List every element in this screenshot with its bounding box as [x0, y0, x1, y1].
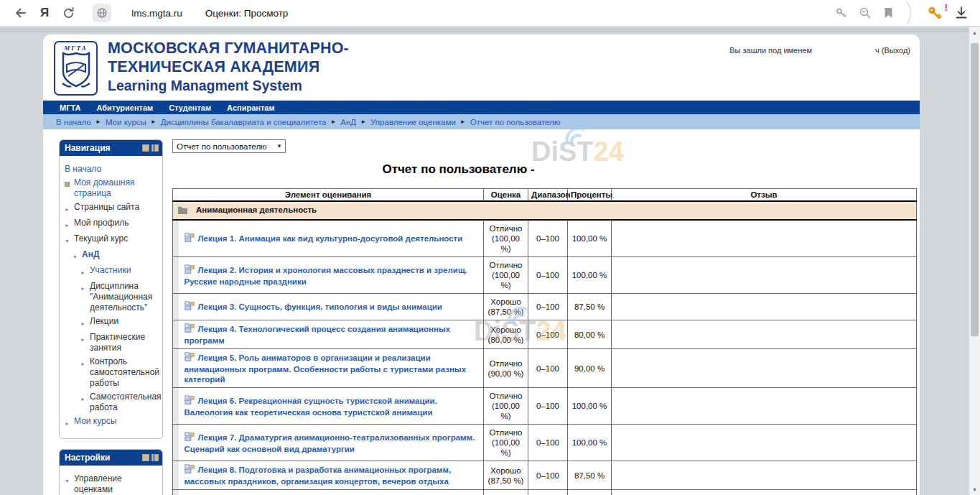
- grades-table: Элемент оцениванияОценкаДиапазонПроценты…: [172, 188, 917, 495]
- scroll-up-icon[interactable]: ▲: [969, 27, 980, 38]
- percent-cell: 90,00 %: [568, 349, 612, 388]
- table-row: Лекция 8. Подготовка и разработка анимац…: [173, 461, 917, 490]
- sidebar-item[interactable]: ►Практические занятия: [80, 332, 159, 353]
- percent-cell: 100,00 %: [568, 257, 612, 294]
- indent-cell: [173, 425, 179, 461]
- range-cell: 0–100: [528, 425, 568, 461]
- url-text[interactable]: lms.mgta.ru: [131, 8, 182, 19]
- grade-item-link[interactable]: Лекция 5. Роль аниматоров в организации …: [185, 353, 467, 384]
- grade-item-link[interactable]: Лекция 7. Драматургия анимационно-театра…: [185, 433, 475, 453]
- report-type-select[interactable]: Отчет по пользователю ▼: [172, 139, 286, 153]
- collapsed-arrow-icon[interactable]: ►: [80, 332, 90, 345]
- sidebar-item[interactable]: ►Дисциплина "Анимационная деятельность": [80, 281, 159, 313]
- collapsed-arrow-icon[interactable]: ►: [65, 202, 74, 215]
- breadcrumb-separator-icon: ►: [330, 119, 336, 125]
- logged-in-info: Вы зашли под именем ч (Выход): [729, 46, 910, 55]
- feedback-cell: [612, 257, 917, 294]
- sidebar-item[interactable]: ▼АнД: [73, 249, 159, 262]
- vertical-scrollbar[interactable]: ▲ ▼: [969, 27, 980, 495]
- grade-cell: Хорошо(80,00 %): [484, 320, 528, 349]
- sidebar-item[interactable]: ►Контроль самостоятельной работы: [80, 356, 159, 389]
- sidebar-item[interactable]: ►Мои курсы: [65, 416, 159, 429]
- table-row: Лекция 9. Игра как эффективная форма ани…: [173, 490, 917, 495]
- grade-item-cell: Лекция 5. Роль аниматоров в организации …: [179, 349, 484, 388]
- expanded-arrow-icon[interactable]: ▼: [73, 249, 82, 262]
- sidebar-item[interactable]: ►Участники: [80, 265, 159, 278]
- sidebar-item[interactable]: ►Страницы сайта: [65, 202, 159, 215]
- grade-item-cell: Лекция 3. Сущность, функция, типология и…: [179, 294, 484, 320]
- reload-icon[interactable]: [62, 6, 75, 20]
- block-hide-icon[interactable]: [142, 144, 149, 152]
- breadcrumb-link[interactable]: Управление оценками: [370, 118, 456, 126]
- sidebar-item-label: Мой профиль: [74, 218, 129, 228]
- collapsed-arrow-icon[interactable]: ►: [80, 265, 90, 278]
- scroll-down-icon[interactable]: ▼: [969, 484, 980, 495]
- expanded-arrow-icon[interactable]: ▼: [65, 473, 74, 486]
- sidebar-item-label[interactable]: Участники: [90, 265, 131, 276]
- breadcrumb-link[interactable]: В начало: [56, 118, 91, 126]
- block-dock-icon[interactable]: [151, 144, 159, 152]
- grade-cell: Отлично(90,00 %): [484, 349, 528, 388]
- download-icon[interactable]: [954, 6, 969, 20]
- expanded-arrow-icon[interactable]: ▼: [65, 233, 74, 246]
- sidebar-item[interactable]: ►Мой профиль: [65, 218, 159, 231]
- feedback-cell: [612, 220, 917, 257]
- grade-text: Отлично: [487, 260, 524, 270]
- sidebar-item-label[interactable]: В начало: [65, 164, 101, 175]
- lesson-icon: [185, 264, 195, 277]
- table-row: Лекция 6. Рекреационная сущность туристс…: [173, 388, 917, 425]
- grade-item-link[interactable]: Лекция 4. Технологический процесс создан…: [185, 325, 451, 345]
- scrollbar-thumb[interactable]: [971, 43, 979, 336]
- block-hide-icon[interactable]: [142, 454, 149, 461]
- range-cell: 0–100: [528, 349, 568, 388]
- sidebar-item[interactable]: ▼Управление оценками: [65, 473, 159, 495]
- grade-item-link[interactable]: Лекция 2. История и хронология массовых …: [185, 266, 467, 286]
- navigation-block-title: Навигация: [65, 143, 111, 153]
- logout-link[interactable]: ч (Выход): [875, 46, 910, 55]
- grade-text: Хорошо: [487, 325, 524, 335]
- back-icon[interactable]: [13, 6, 27, 20]
- breadcrumb-link[interactable]: Отчет по пользователю: [470, 118, 561, 126]
- percent-cell: 100,00 %: [568, 425, 612, 461]
- collapsed-arrow-icon[interactable]: ►: [80, 356, 90, 369]
- collapsed-arrow-icon[interactable]: ►: [65, 416, 74, 429]
- collapsed-arrow-icon[interactable]: ►: [80, 392, 90, 404]
- bookmark-icon[interactable]: [883, 7, 894, 19]
- grade-item-link[interactable]: Лекция 8. Подготовка и разработка анимац…: [185, 466, 452, 486]
- block-dock-icon[interactable]: [151, 454, 159, 461]
- navbar-item[interactable]: МГТА: [60, 103, 80, 112]
- collapsed-arrow-icon[interactable]: ►: [65, 218, 74, 231]
- table-row: Лекция 2. История и хронология массовых …: [173, 257, 917, 294]
- grade-percent-text: (90,00 %): [487, 369, 524, 379]
- range-cell: 0–100: [528, 320, 568, 349]
- sidebar-item[interactable]: Моя домашняя страница: [65, 177, 159, 199]
- collapsed-arrow-icon[interactable]: ►: [80, 281, 90, 294]
- navbar-item[interactable]: Аспирантам: [227, 103, 274, 112]
- navbar-item[interactable]: Абитуриентам: [96, 103, 153, 112]
- breadcrumb-link[interactable]: АнД: [340, 118, 356, 126]
- grade-item-link[interactable]: Лекция 1. Анимация как вид культурно-дос…: [198, 234, 463, 243]
- breadcrumb-link[interactable]: Мои курсы: [106, 118, 146, 126]
- collapsed-arrow-icon[interactable]: ►: [80, 316, 90, 329]
- sidebar-item[interactable]: ►Самостоятельная работа: [80, 392, 159, 413]
- sidebar-item[interactable]: ►Лекции: [80, 316, 159, 329]
- find-icon[interactable]: [859, 6, 872, 19]
- site-header: МГТА МОСКОВСКАЯ ГУМАНИТАРНО- ТЕХНИЧЕСКАЯ…: [43, 34, 920, 101]
- grade-item-link[interactable]: Лекция 3. Сущность, функция, типология и…: [198, 302, 442, 311]
- grade-item-cell: Лекция 4. Технологический процесс создан…: [179, 320, 484, 349]
- password-alert-icon[interactable]: !: [927, 5, 943, 21]
- breadcrumb-link[interactable]: Дисциплины бакалавриата и специалитета: [161, 118, 327, 126]
- yandex-icon[interactable]: Я: [40, 6, 49, 20]
- sidebar-item[interactable]: ▼Текущий курс: [65, 233, 159, 246]
- sidebar-item-label[interactable]: Мои курсы: [74, 416, 116, 427]
- grade-percent-text: (100,00 %): [487, 270, 524, 290]
- navbar-item[interactable]: Студентам: [169, 103, 211, 112]
- grade-text: Отлично: [487, 427, 524, 438]
- key-icon[interactable]: [835, 7, 847, 19]
- range-cell: 0–100: [528, 490, 568, 495]
- sidebar-item[interactable]: В начало: [65, 164, 159, 175]
- sidebar-item-label[interactable]: Моя домашняя страница: [74, 177, 159, 199]
- grade-cell: Отлично(100,00 %): [484, 257, 528, 294]
- grade-item-link[interactable]: Лекция 6. Рекреационная сущность туристс…: [185, 397, 437, 417]
- sidebar-item-label[interactable]: АнД: [82, 249, 99, 260]
